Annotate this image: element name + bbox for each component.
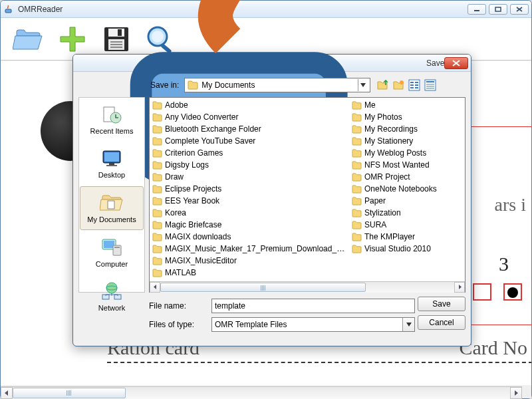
folder-item[interactable]: Korea	[150, 207, 349, 219]
folder-name: MAGIX_Music_Maker_17_Premium_Download_Ve…	[165, 244, 346, 253]
place-network[interactable]: Network	[79, 275, 144, 319]
place-recent-items[interactable]: Recent Items	[79, 98, 144, 142]
list-icon	[408, 79, 420, 91]
recent-items-icon	[100, 104, 124, 124]
folder-icon	[188, 80, 198, 90]
folder-item[interactable]: Bluetooth Exchange Folder	[150, 123, 349, 135]
scroll-track[interactable]	[160, 282, 454, 293]
main-window: OMRReader	[0, 0, 532, 399]
folder-item[interactable]: The KMPlayer	[349, 231, 456, 243]
folder-item[interactable]: EES Year Book	[150, 195, 349, 207]
folder-item[interactable]: Any Video Converter	[150, 111, 349, 123]
folder-item[interactable]: NFS Most Wanted	[349, 159, 456, 171]
folder-icon	[152, 137, 162, 146]
folder-up-icon	[376, 79, 388, 91]
main-horizontal-scrollbar[interactable]	[1, 386, 522, 398]
svg-rect-9	[110, 47, 122, 48]
plus-icon	[58, 25, 87, 54]
search-button[interactable]	[142, 23, 179, 56]
folder-item[interactable]: MAGIX downloads	[150, 231, 349, 243]
folder-name: Draw	[165, 172, 184, 182]
folder-item[interactable]: My Recordings	[349, 123, 456, 135]
details-view-button[interactable]	[424, 78, 437, 92]
folder-item[interactable]: Visual Studio 2010	[349, 243, 456, 255]
folder-item[interactable]: Adobe	[150, 99, 349, 111]
folder-item[interactable]: MAGIX_Music_Maker_17_Premium_Download_Ve…	[150, 243, 349, 255]
maximize-button[interactable]	[489, 4, 507, 15]
folder-item[interactable]: Stylization	[349, 207, 456, 219]
svg-rect-2	[495, 7, 501, 11]
save-in-combo[interactable]: My Documents	[184, 78, 370, 92]
folder-item[interactable]: Draw	[150, 171, 349, 183]
list-view-button[interactable]	[408, 78, 421, 92]
scroll-left-button[interactable]	[1, 387, 13, 399]
file-name-input[interactable]	[211, 299, 415, 313]
folder-item[interactable]: My Photos	[349, 111, 456, 123]
save-button[interactable]	[98, 23, 135, 56]
folder-item[interactable]: SURA	[349, 219, 456, 231]
svg-rect-18	[410, 84, 414, 86]
folder-icon	[352, 173, 362, 182]
svg-point-11	[152, 31, 164, 43]
new-folder-icon	[392, 79, 404, 91]
folder-name: Eclipse Projects	[165, 184, 221, 194]
new-folder-button[interactable]	[392, 78, 405, 92]
folder-icon	[352, 137, 362, 146]
folder-name: MATLAB	[165, 268, 196, 277]
scroll-right-button[interactable]	[454, 282, 465, 293]
scroll-thumb[interactable]	[13, 388, 126, 398]
folder-name: Complete YouTube Saver	[165, 136, 255, 146]
folder-item[interactable]: Magic Briefcase	[150, 219, 349, 231]
scroll-left-button[interactable]	[150, 282, 160, 293]
window-title: OMRReader	[18, 5, 467, 14]
svg-rect-22	[425, 80, 436, 90]
folder-icon	[352, 233, 362, 241]
chevron-down-icon[interactable]	[402, 318, 414, 331]
save-confirm-button[interactable]: Save	[418, 297, 466, 311]
close-button[interactable]	[510, 4, 529, 15]
folder-item[interactable]: Paper	[349, 195, 456, 207]
file-type-label: Files of type:	[149, 320, 206, 329]
minimize-button[interactable]	[467, 4, 486, 15]
svg-rect-33	[108, 201, 114, 209]
folder-item[interactable]: My Weblog Posts	[349, 147, 456, 159]
folder-item[interactable]: Digsby Logs	[150, 159, 349, 171]
folder-item[interactable]: MAGIX_MusicEditor	[150, 255, 349, 267]
folder-item[interactable]: OneNote Notebooks	[349, 183, 456, 195]
folder-name: The KMPlayer	[364, 232, 415, 241]
file-type-combo[interactable]: OMR Template Files	[211, 317, 415, 332]
up-one-level-button[interactable]	[376, 78, 389, 92]
folder-item[interactable]: OMR Project	[349, 171, 456, 183]
folder-name: Criterion Games	[165, 148, 223, 158]
svg-point-28	[110, 112, 121, 123]
svg-rect-29	[103, 151, 120, 163]
add-button[interactable]	[54, 23, 91, 56]
folder-name: SURA	[364, 220, 386, 229]
folder-name: Paper	[364, 196, 386, 205]
folder-item[interactable]: Eclipse Projects	[150, 183, 349, 195]
file-type-value: OMR Template Files	[215, 320, 287, 329]
open-button[interactable]	[10, 23, 47, 56]
place-my-documents[interactable]: My Documents	[80, 186, 144, 230]
svg-rect-34	[102, 239, 116, 249]
network-icon	[100, 281, 124, 301]
folder-item[interactable]: Me	[349, 99, 456, 111]
svg-rect-7	[110, 41, 122, 43]
folder-item[interactable]: My Stationery	[349, 135, 456, 147]
scroll-thumb[interactable]	[160, 283, 366, 292]
file-list-scrollbar[interactable]	[150, 281, 465, 292]
place-computer[interactable]: Computer	[79, 231, 144, 275]
scroll-right-button[interactable]	[510, 387, 522, 399]
place-desktop[interactable]: Desktop	[79, 142, 144, 186]
scroll-track[interactable]	[13, 387, 510, 399]
svg-rect-0	[5, 9, 11, 13]
dialog-close-button[interactable]	[444, 57, 468, 69]
cancel-button[interactable]: Cancel	[418, 315, 466, 330]
folder-item[interactable]: Complete YouTube Saver	[150, 135, 349, 147]
folder-item[interactable]: MATLAB	[150, 267, 349, 279]
folder-item[interactable]: Criterion Games	[150, 147, 349, 159]
bg-dashed-line	[107, 362, 531, 363]
chevron-down-icon[interactable]	[358, 79, 367, 91]
folder-icon	[152, 125, 162, 134]
details-icon	[424, 79, 436, 91]
